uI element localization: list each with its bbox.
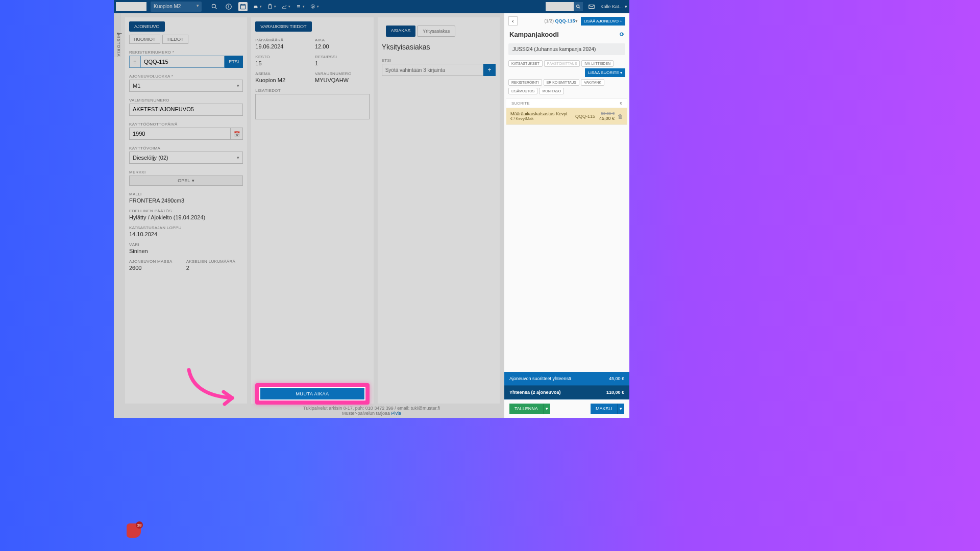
refresh-icon[interactable]: ⟳ xyxy=(620,31,624,38)
reg-input[interactable] xyxy=(140,56,225,68)
pay-button[interactable]: MAKSU xyxy=(591,404,617,414)
vin-input[interactable]: AKETESTIAJONEUVO5 xyxy=(129,104,243,116)
customer-tab[interactable]: ASIAKAS xyxy=(386,26,416,37)
back-arrow-icon[interactable]: ← xyxy=(115,29,124,38)
chip[interactable]: PÄÄSTÖMITTAUS xyxy=(544,60,580,67)
resource-label: RESURSSI xyxy=(315,55,365,59)
mass-label: AJONEUVON MASSA xyxy=(129,259,182,264)
suorite-header: SUORITE xyxy=(511,101,530,106)
customer-type-heading: Yksityisasiakas xyxy=(382,43,496,51)
pay-dropdown[interactable]: ▾ xyxy=(617,404,624,414)
inspection-end-label: KATSASTUSAJAN LOPPU xyxy=(129,226,243,230)
color-value: Sininen xyxy=(129,248,243,254)
prev-decision-value: Hylätty / Ajokielto (19.04.2024) xyxy=(129,214,243,220)
vehicle-subtotal: Ajoneuvon suoritteet yhteensä45,00 € xyxy=(504,372,629,386)
right-panel: ‹ (1/2) QQQ-115▾ LISÄÄ AJONEUVO + Kampan… xyxy=(504,13,629,418)
campaign-title: Kampanjakoodi xyxy=(509,31,559,38)
date-label: PÄIVÄMÄÄRÄ xyxy=(255,38,306,42)
campaign-code[interactable]: JUSSI24 (Juhannus kampanja 2024) xyxy=(508,43,625,55)
chip[interactable]: KATSASTUKSET xyxy=(508,60,543,67)
customer-search-input[interactable] xyxy=(382,64,483,76)
chip[interactable]: ERIKOISMITTAUS xyxy=(544,79,580,86)
svg-point-9 xyxy=(254,8,255,9)
add-suorite-button[interactable]: LISÄÄ SUORITE ▾ xyxy=(585,68,625,77)
booking-panel: VARAUKSEN TIEDOT PÄIVÄMÄÄRÄ 19.06.2024 A… xyxy=(251,17,373,414)
line-item[interactable]: Määräaikaiskatsastus Kevyt 🏷 KevytMak QQ… xyxy=(506,108,627,124)
fuel-select[interactable]: Dieselöljy (02) xyxy=(129,152,243,164)
station-value: Kuopion M2 xyxy=(255,77,306,83)
chip[interactable]: LISÄMUUTOS xyxy=(508,88,537,94)
add-vehicle-button[interactable]: LISÄÄ AJONEUVO + xyxy=(581,17,625,26)
date-value: 19.06.2024 xyxy=(255,43,306,49)
panel-back-button[interactable]: ‹ xyxy=(508,16,518,26)
user-menu[interactable]: Kalle Kat... ▾ xyxy=(600,4,627,9)
class-select[interactable]: M1 xyxy=(129,80,243,92)
header-search[interactable] xyxy=(546,2,583,11)
chip[interactable]: MONITASO xyxy=(539,88,564,94)
info-icon[interactable] xyxy=(224,2,233,11)
tiedot-tab[interactable]: TIEDOT xyxy=(162,35,188,44)
mass-value: 2600 xyxy=(129,265,182,271)
model-value: FRONTERA 2490cm3 xyxy=(129,197,243,204)
search-reg-button[interactable]: ETSI xyxy=(225,56,243,68)
make-button[interactable]: OPEL ▾ xyxy=(129,176,243,186)
prev-decision-label: EDELLINEN PÄÄTÖS xyxy=(129,209,243,213)
save-dropdown[interactable]: ▾ xyxy=(543,404,550,414)
duration-value: 15 xyxy=(255,60,306,66)
resource-value: 1 xyxy=(315,60,365,66)
calendar-picker-icon[interactable]: 📅 xyxy=(231,128,243,140)
car-icon[interactable] xyxy=(253,2,262,11)
header-search-button[interactable] xyxy=(574,2,583,11)
booking-no-label: VARAUSNUMERO xyxy=(315,71,365,76)
vehicle-counter[interactable]: (1/2) QQQ-115▾ xyxy=(545,18,578,23)
kayttopv-label: KÄYTTÖÖNOTTOPÄIVÄ xyxy=(129,122,243,127)
calendar-icon[interactable] xyxy=(238,2,248,11)
addinfo-label: LISÄTIEDOT xyxy=(255,88,369,93)
chip[interactable]: IVA-LIITTEIDEN xyxy=(581,60,614,67)
svg-point-10 xyxy=(256,8,257,9)
addinfo-textarea[interactable] xyxy=(255,94,369,119)
chip[interactable]: REKISTERÖINTI xyxy=(508,79,542,86)
duration-label: KESTO xyxy=(255,55,306,59)
make-label: MERKKI xyxy=(129,170,243,174)
kayttopv-input[interactable] xyxy=(129,128,231,140)
vin-label: VALMISTENUMERO xyxy=(129,98,243,103)
change-time-highlight: MUUTA AIKAA xyxy=(255,383,369,405)
svg-line-19 xyxy=(579,7,580,8)
add-customer-button[interactable]: + xyxy=(483,64,496,76)
business-customer-tab[interactable]: Yritysasiakas xyxy=(417,26,455,37)
vehicle-tab[interactable]: AJONEUVO xyxy=(129,21,165,32)
station-label: ASEMA xyxy=(255,71,306,76)
notification-widget[interactable]: 38 xyxy=(127,523,141,538)
search-icon[interactable] xyxy=(210,2,219,11)
customer-panel: ASIAKAS Yritysasiakas Yksityisasiakas ET… xyxy=(378,17,500,414)
customer-search-label: ETSI xyxy=(382,58,496,63)
change-time-button[interactable]: MUUTA AIKAA xyxy=(259,387,365,400)
gear-icon[interactable] xyxy=(310,2,319,11)
chart-icon[interactable] xyxy=(281,2,290,11)
huomiot-tab[interactable]: HUOMIOT xyxy=(129,35,160,44)
class-label: AJONEUVOLUOKKA * xyxy=(129,74,243,79)
reg-label: REKISTERINUMERO * xyxy=(129,50,243,55)
axles-label: AKSELIEN LUKUMÄÄRÄ xyxy=(186,259,239,264)
chip[interactable]: VAK/TANK xyxy=(581,79,604,86)
location-select[interactable]: Kuopion M2 xyxy=(151,2,202,12)
svg-line-1 xyxy=(215,8,217,9)
fuel-label: KÄYTTÖVOIMA xyxy=(129,146,243,151)
logo xyxy=(116,2,146,11)
mail-icon[interactable] xyxy=(587,2,596,11)
svg-point-4 xyxy=(229,5,229,6)
footer-link[interactable]: Pivia xyxy=(391,411,402,416)
vehicle-panel: AJONEUVO HUOMIOT TIEDOT REKISTERINUMERO … xyxy=(125,17,247,414)
booking-no-value: MYUVQAHW xyxy=(315,77,365,83)
color-label: VÄRI xyxy=(129,242,243,247)
reg-prefix-icon: ≡ xyxy=(129,56,140,68)
booking-tab[interactable]: VARAUKSEN TIEDOT xyxy=(255,21,311,32)
trash-icon[interactable]: 🗑 xyxy=(618,113,623,119)
save-button[interactable]: TALLENNA xyxy=(509,404,543,414)
svg-point-18 xyxy=(577,5,579,8)
list-icon[interactable] xyxy=(296,2,305,11)
svg-point-0 xyxy=(212,4,215,8)
header-search-input[interactable] xyxy=(546,2,574,11)
clipboard-icon[interactable] xyxy=(267,2,276,11)
